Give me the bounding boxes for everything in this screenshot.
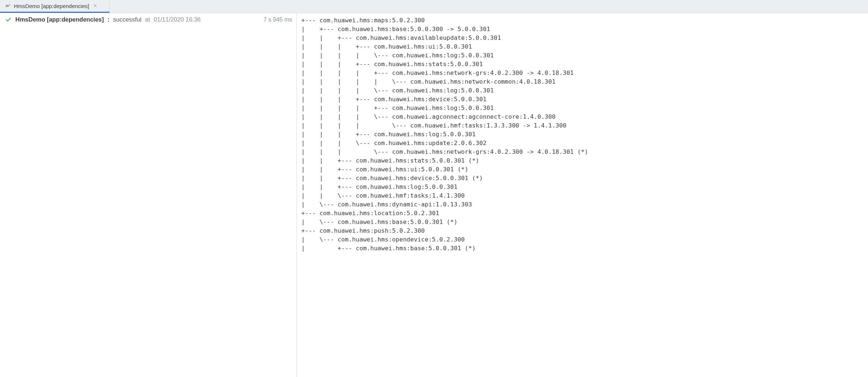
check-icon xyxy=(5,16,12,23)
tab-label: HmsDemo [app:dependencies] xyxy=(14,3,89,9)
task-list-pane: HmsDemo [app:dependencies]: successful a… xyxy=(0,13,297,377)
task-title: HmsDemo [app:dependencies] xyxy=(15,16,104,23)
tab-bar: HmsDemo [app:dependencies] × xyxy=(0,0,868,13)
task-timestamp: 01/11/2020 16:36 xyxy=(154,16,200,23)
console-output-pane[interactable]: +--- com.huawei.hms:maps:5.0.2.300 | +--… xyxy=(297,13,868,377)
task-at-word: at xyxy=(145,16,150,23)
elephant-icon xyxy=(5,3,11,9)
close-icon[interactable]: × xyxy=(94,3,97,9)
task-row[interactable]: HmsDemo [app:dependencies]: successful a… xyxy=(5,16,292,23)
task-separator: : xyxy=(107,16,110,23)
content-area: HmsDemo [app:dependencies]: successful a… xyxy=(0,13,868,377)
task-status: successful xyxy=(113,16,141,23)
tab-gradle-task[interactable]: HmsDemo [app:dependencies] × xyxy=(0,0,110,13)
task-duration: 7 s 945 ms xyxy=(264,16,292,23)
dependency-tree-output: +--- com.huawei.hms:maps:5.0.2.300 | +--… xyxy=(301,16,868,253)
